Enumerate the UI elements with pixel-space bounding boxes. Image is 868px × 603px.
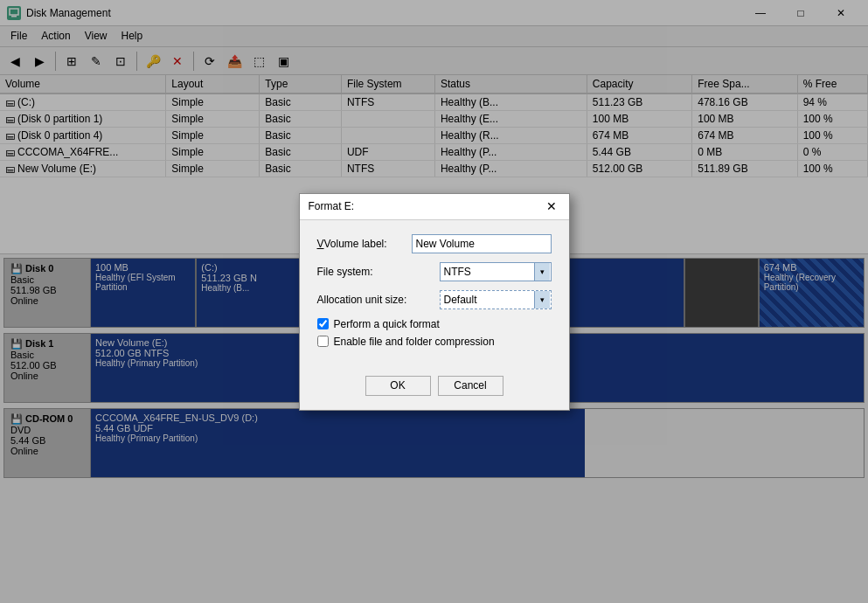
volume-label-label: VVolume label:: [317, 238, 412, 250]
dialog-title: Format E:: [309, 200, 355, 212]
quick-format-checkbox[interactable]: [317, 318, 329, 329]
dialog-body: VVolume label: File system: NTFS FAT32 e…: [300, 220, 569, 367]
volume-label-input[interactable]: [412, 234, 552, 253]
alloc-unit-row: Allocation unit size: Default 512 1024 2…: [317, 290, 552, 309]
dialog-overlay: Format E: ✕ VVolume label: File system: …: [0, 0, 868, 603]
quick-format-row: Perform a quick format: [317, 318, 552, 330]
cancel-button[interactable]: Cancel: [438, 376, 503, 396]
compression-label[interactable]: Enable file and folder compression: [334, 336, 495, 348]
dialog-footer: OK Cancel: [300, 367, 569, 410]
compression-checkbox[interactable]: [317, 336, 329, 347]
file-system-label: File system:: [317, 266, 440, 278]
compression-row: Enable file and folder compression: [317, 336, 552, 348]
volume-label-row: VVolume label:: [317, 234, 552, 253]
file-system-select-wrapper: NTFS FAT32 exFAT ▾: [440, 262, 552, 281]
ok-button[interactable]: OK: [365, 376, 431, 396]
file-system-select[interactable]: NTFS FAT32 exFAT: [440, 262, 552, 281]
dialog-close-button[interactable]: ✕: [543, 198, 560, 215]
alloc-unit-select-wrapper: Default 512 1024 2048 4096 ▾: [440, 290, 552, 309]
alloc-unit-select[interactable]: Default 512 1024 2048 4096: [440, 290, 552, 309]
format-dialog: Format E: ✕ VVolume label: File system: …: [299, 193, 570, 411]
alloc-unit-label: Allocation unit size:: [317, 294, 440, 306]
quick-format-label[interactable]: Perform a quick format: [334, 318, 440, 330]
dialog-title-bar: Format E: ✕: [300, 194, 569, 220]
file-system-row: File system: NTFS FAT32 exFAT ▾: [317, 262, 552, 281]
